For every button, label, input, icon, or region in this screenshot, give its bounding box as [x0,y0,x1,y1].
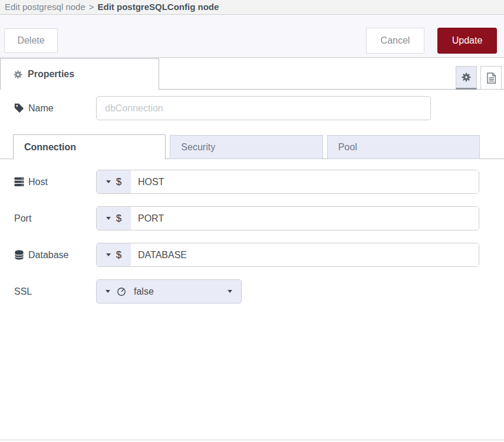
name-row: Name [14,96,504,120]
tag-icon [14,103,24,113]
ssl-label-text: SSL [14,286,32,297]
tab-connection[interactable]: Connection [13,134,166,159]
tab-pool-label: Pool [338,142,357,153]
host-type-selector[interactable]: $ [97,170,131,193]
chevron-down-icon [106,290,110,293]
cancel-button[interactable]: Cancel [366,28,424,54]
chevron-down-icon [106,253,111,256]
database-icon [14,250,24,260]
env-var-type-icon: $ [116,249,121,261]
gear-icon [14,70,22,79]
tab-properties[interactable]: Properties [0,58,159,90]
host-label: Host [14,177,96,187]
database-label-text: Database [28,250,69,260]
database-label: Database [14,250,96,260]
ssl-label: SSL [14,286,96,297]
node-settings-button[interactable] [456,66,477,90]
server-icon [14,177,24,187]
breadcrumb-parent-link[interactable]: Edit postgresql node [5,2,85,12]
editor-tab-bar: Properties [0,58,504,90]
breadcrumb-current: Edit postgreSQLConfig node [98,2,219,12]
tab-security-label: Security [181,142,215,153]
database-input[interactable] [131,243,479,266]
boolean-type-icon [117,287,126,296]
name-input[interactable] [96,96,431,120]
tab-bar-divider [159,89,504,90]
tab-properties-label: Properties [28,69,74,80]
dialog-toolbar: Delete Cancel Update [0,15,504,58]
chevron-down-icon [228,290,232,293]
breadcrumb-separator: > [89,2,94,12]
port-typed-input: $ [96,206,479,230]
edit-form: Name Connection Security Pool [0,90,504,304]
ssl-value: false [134,286,154,297]
delete-button[interactable]: Delete [4,28,58,53]
name-label: Name [14,103,96,114]
database-row: Database $ [14,243,504,267]
port-input[interactable] [131,207,479,230]
database-typed-input: $ [96,243,479,267]
chevron-down-icon [106,217,111,220]
dialog-bottom-divider [0,440,504,440]
host-typed-input: $ [96,170,479,194]
node-description-button[interactable] [480,66,502,90]
document-icon [486,72,496,84]
ssl-row: SSL false [14,279,504,304]
port-type-selector[interactable]: $ [97,207,131,230]
tab-connection-label: Connection [24,142,76,153]
breadcrumb: Edit postgresql node > Edit postgreSQLCo… [0,0,504,15]
tab-security[interactable]: Security [170,135,322,159]
env-var-type-icon: $ [116,176,121,188]
gear-icon [462,72,471,82]
host-label-text: Host [28,177,48,187]
host-input[interactable] [131,170,479,193]
env-var-type-icon: $ [116,213,121,225]
database-type-selector[interactable]: $ [97,243,131,266]
port-row: Port $ [14,206,504,230]
port-label: Port [14,213,96,224]
port-label-text: Port [14,213,31,224]
tab-pool[interactable]: Pool [327,135,480,159]
chevron-down-icon [106,180,111,183]
host-row: Host $ [14,170,504,194]
name-label-text: Name [28,103,54,114]
update-button[interactable]: Update [437,28,497,54]
config-tabs: Connection Security Pool [0,134,504,159]
ssl-select[interactable]: false [96,279,242,304]
